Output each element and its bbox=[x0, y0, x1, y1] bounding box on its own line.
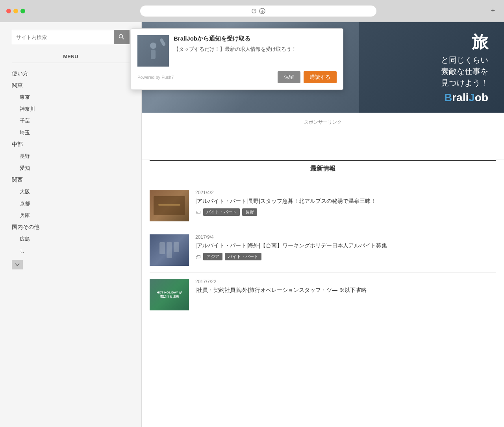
refresh-icon[interactable] bbox=[251, 8, 257, 14]
article-tag[interactable]: アジア bbox=[203, 253, 222, 260]
scroll-down-button[interactable] bbox=[12, 260, 23, 269]
article-list: 2021/4/2 |アルバイト・パート|長野|スタッフ急募！北アルプスの秘湯で温… bbox=[142, 177, 504, 323]
svg-line-3 bbox=[122, 38, 124, 40]
new-tab-button[interactable]: + bbox=[488, 6, 498, 16]
article-tag[interactable]: バイト・パート bbox=[225, 253, 261, 260]
search-icon bbox=[119, 34, 125, 40]
menu-item-kansai[interactable]: 関西 bbox=[12, 174, 130, 186]
popup-buttons: 保留 購読する bbox=[278, 71, 337, 83]
menu-item-aichi[interactable]: 愛知 bbox=[12, 162, 130, 174]
article-item[interactable]: 2021/4/2 |アルバイト・パート|長野|スタッフ急募！北アルプスの秘湯で温… bbox=[150, 184, 496, 228]
menu-item-kanagawa[interactable]: 神奈川 bbox=[12, 103, 130, 115]
hero-text2: 素敵な仕事を bbox=[441, 66, 488, 77]
menu-item-shi[interactable]: し bbox=[12, 245, 130, 257]
latest-section-title: 最新情報 bbox=[150, 165, 496, 173]
sponsor-area: スポンサーリンク bbox=[142, 113, 504, 160]
notification-popup: BraliJobから通知を受け取る 【タップするだけ！】最新の求人情報を受け取ろ… bbox=[131, 28, 343, 90]
menu-item-osaka[interactable]: 大阪 bbox=[12, 186, 130, 198]
article-thumbnail bbox=[150, 190, 189, 221]
article-info: 2021/4/2 |アルバイト・パート|長野|スタッフ急募！北アルプスの秘湯で温… bbox=[195, 190, 496, 221]
tag-icon: 🏷 bbox=[195, 254, 201, 260]
popup-footer: Powered by Push7 保留 購読する bbox=[137, 71, 337, 83]
menu-title: MENU bbox=[12, 54, 130, 63]
popup-text-area: BraliJobから通知を受け取る 【タップするだけ！】最新の求人情報を受け取ろ… bbox=[174, 35, 337, 53]
browser-chrome: + bbox=[0, 0, 504, 22]
minimize-button[interactable] bbox=[13, 9, 18, 13]
article-date: 2017/7/22 bbox=[195, 279, 496, 284]
article-title[interactable]: |アルバイト・パート|海外|【台南】ワーキングホリデー日本人アルバイト募集 bbox=[195, 241, 496, 250]
menu-item-hiroshima[interactable]: 広島 bbox=[12, 233, 130, 245]
popup-powered-by: Powered by Push7 bbox=[137, 75, 174, 80]
article-title[interactable]: |社員・契約社員|海外|旅行オペレーションスタッフ・ツ— ※以下省略 bbox=[195, 286, 496, 294]
hero-brand-text: rali bbox=[452, 91, 469, 104]
menu-item-chiba[interactable]: 千葉 bbox=[12, 115, 130, 127]
sponsor-label: スポンサーリンク bbox=[150, 119, 496, 126]
article-tag[interactable]: 長野 bbox=[242, 208, 257, 216]
article-tags: 🏷 バイト・パート 長野 bbox=[195, 208, 496, 216]
menu-item-domestic-other[interactable]: 国内その他 bbox=[12, 221, 130, 233]
article-item[interactable]: HOT HOLIDAY が 選ばれる理由 2017/7/22 |社員・契約社員|… bbox=[150, 273, 496, 317]
popup-subscribe-button[interactable]: 購読する bbox=[304, 71, 337, 83]
popup-block-button[interactable]: 保留 bbox=[278, 71, 300, 83]
article-info: 2017/7/22 |社員・契約社員|海外|旅行オペレーションスタッフ・ツ— ※… bbox=[195, 279, 496, 310]
popup-header: BraliJobから通知を受け取る 【タップするだけ！】最新の求人情報を受け取ろ… bbox=[137, 35, 337, 67]
menu-item-nagano[interactable]: 長野 bbox=[12, 150, 130, 162]
article-thumbnail: HOT HOLIDAY が 選ばれる理由 bbox=[150, 279, 189, 310]
download-icon[interactable] bbox=[259, 8, 265, 14]
hero-brand-b: B bbox=[444, 91, 452, 104]
article-item[interactable]: 2017/9/4 |アルバイト・パート|海外|【台南】ワーキングホリデー日本人ア… bbox=[150, 228, 496, 273]
article-tags: 🏷 アジア バイト・パート bbox=[195, 253, 496, 260]
sidebar: MENU 使い方 関東 東京 神奈川 千葉 埼玉 中部 長野 愛知 関西 大阪 … bbox=[0, 22, 142, 427]
menu-item-kanto[interactable]: 関東 bbox=[12, 80, 130, 91]
svg-point-2 bbox=[119, 35, 123, 38]
article-date: 2021/4/2 bbox=[195, 190, 496, 195]
chevron-down-icon bbox=[15, 263, 20, 266]
search-box bbox=[12, 30, 130, 44]
hero-brand-job: ob bbox=[475, 91, 488, 104]
address-bar[interactable] bbox=[140, 6, 376, 17]
search-input[interactable] bbox=[12, 30, 114, 44]
maximize-button[interactable] bbox=[20, 9, 25, 13]
close-button[interactable] bbox=[6, 9, 11, 13]
search-button[interactable] bbox=[114, 30, 130, 44]
hero-title: 旅 bbox=[441, 31, 488, 53]
article-info: 2017/9/4 |アルバイト・パート|海外|【台南】ワーキングホリデー日本人ア… bbox=[195, 234, 496, 266]
menu-item-how-to-use[interactable]: 使い方 bbox=[12, 68, 130, 80]
tag-icon: 🏷 bbox=[195, 209, 201, 215]
latest-section-header: 最新情報 bbox=[150, 160, 496, 177]
hero-brand: BraliJob bbox=[441, 91, 488, 104]
traffic-lights bbox=[6, 9, 25, 13]
hero-brand-j: J bbox=[469, 91, 475, 104]
hero-text3: 見つけよう！ bbox=[441, 78, 488, 88]
article-thumbnail bbox=[150, 234, 189, 266]
menu-item-kyoto[interactable]: 京都 bbox=[12, 198, 130, 210]
article-tag[interactable]: バイト・パート bbox=[203, 208, 240, 216]
menu-item-chubu[interactable]: 中部 bbox=[12, 139, 130, 150]
menu-item-saitama[interactable]: 埼玉 bbox=[12, 127, 130, 139]
menu-item-tokyo[interactable]: 東京 bbox=[12, 91, 130, 103]
menu-item-hyogo[interactable]: 兵庫 bbox=[12, 210, 130, 221]
popup-image bbox=[137, 35, 169, 67]
popup-title: BraliJobから通知を受け取る bbox=[174, 35, 337, 43]
article-date: 2017/9/4 bbox=[195, 234, 496, 240]
hero-text1: と同じくらい bbox=[441, 55, 488, 65]
article-title[interactable]: |アルバイト・パート|長野|スタッフ急募！北アルプスの秘湯で温泉三昧！ bbox=[195, 197, 496, 205]
popup-body: 【タップするだけ！】最新の求人情報を受け取ろう！ bbox=[174, 46, 337, 53]
